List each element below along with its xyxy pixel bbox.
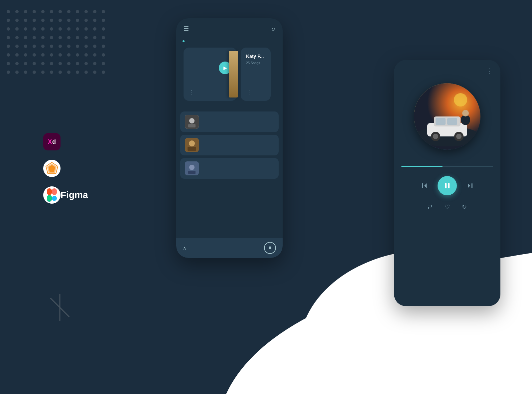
sketch-icon	[43, 160, 61, 177]
album-card-katy-perry[interactable]: Katy P... 25 Songs ⋮	[241, 48, 271, 101]
svg-rect-17	[188, 147, 196, 151]
song-thumb-faded	[185, 115, 199, 129]
svg-point-33	[454, 93, 467, 106]
svg-rect-35	[422, 183, 423, 188]
dot-grid: const dg = document.querySelector('.dot-…	[7, 10, 109, 78]
song-list	[176, 111, 283, 179]
tool-item-figma: Figma	[43, 186, 88, 204]
phone-left: ☰ ⌕ ⋮ ▶ Katy P... 25 Songs ⋮	[176, 18, 283, 258]
album-card-taylor-swift[interactable]: ⋮ ▶	[184, 48, 237, 101]
discover-title	[176, 36, 283, 40]
svg-rect-14	[188, 124, 196, 127]
song-item-faded[interactable]	[180, 111, 279, 132]
album-title-katy: Katy P...	[246, 54, 265, 59]
svg-rect-7	[47, 188, 52, 195]
svg-point-28	[433, 134, 438, 139]
song-info-something	[203, 168, 274, 169]
svg-rect-20	[188, 171, 196, 174]
phone-right: ⋮	[394, 60, 500, 306]
song-info-faded	[203, 121, 274, 122]
album-row: ⋮ ▶ Katy P... 25 Songs ⋮	[176, 48, 283, 101]
now-playing-header: ⋮	[394, 60, 500, 78]
shuffle-button[interactable]: ⇄	[428, 203, 433, 211]
pause-main-button[interactable]	[438, 176, 457, 195]
svg-point-13	[189, 118, 195, 123]
next-button[interactable]	[466, 182, 474, 190]
figma-label: Figma	[61, 190, 88, 200]
extra-controls: ⇄ ♡ ↻	[394, 203, 500, 211]
song-info-closer	[203, 145, 274, 145]
left-content: X d Figm	[43, 113, 88, 213]
song-thumb-something	[185, 161, 199, 175]
svg-point-10	[52, 196, 57, 201]
now-playing-song-title	[394, 156, 500, 158]
adobe-xd-icon: X d	[43, 133, 61, 150]
svg-rect-25	[436, 118, 446, 125]
star-decoration	[47, 294, 73, 321]
pause-button-bar[interactable]: ⏸	[264, 242, 276, 254]
time-row	[394, 169, 500, 176]
repeat-button[interactable]: ↻	[462, 203, 467, 211]
svg-rect-37	[448, 183, 450, 188]
more-options-button[interactable]: ⋮	[487, 67, 493, 75]
svg-point-16	[189, 140, 195, 146]
album-art-circle	[414, 83, 480, 150]
progress-section	[394, 166, 500, 167]
album-art-container	[394, 78, 500, 156]
svg-point-30	[456, 134, 462, 139]
hamburger-icon[interactable]: ☰	[184, 25, 189, 32]
phone-left-header: ☰ ⌕	[176, 18, 283, 36]
album-songs-katy: 25 Songs	[246, 61, 265, 65]
svg-rect-11	[47, 195, 52, 202]
now-playing-bar[interactable]: ∧ ⏸	[176, 238, 283, 258]
tool-item-sketch	[43, 160, 88, 177]
song-item-closer[interactable]	[180, 135, 279, 155]
svg-rect-39	[471, 183, 472, 188]
svg-point-32	[462, 110, 469, 116]
svg-point-19	[189, 165, 195, 170]
recent-played-label	[176, 107, 283, 111]
progress-bar-bg[interactable]	[401, 166, 493, 167]
album-cover-strip-taylor	[229, 51, 238, 98]
playback-controls	[394, 176, 500, 203]
svg-rect-36	[445, 183, 447, 188]
expand-icon[interactable]: ∧	[183, 245, 186, 251]
favorite-button[interactable]: ♡	[445, 203, 450, 211]
song-item-something[interactable]	[180, 158, 279, 179]
prev-button[interactable]	[420, 182, 428, 190]
playlist-tabs	[176, 40, 283, 42]
svg-marker-38	[468, 183, 470, 188]
album-more-taylor[interactable]: ⋮	[189, 90, 196, 96]
search-icon[interactable]: ⌕	[272, 25, 275, 32]
figma-icon	[43, 186, 61, 204]
svg-rect-26	[447, 118, 457, 125]
svg-rect-8	[52, 188, 57, 195]
album-more-katy[interactable]: ⋮	[246, 90, 253, 96]
svg-marker-34	[424, 183, 427, 188]
song-thumb-closer	[185, 138, 199, 152]
progress-bar-fill	[401, 166, 443, 167]
tool-item-xd: X d	[43, 133, 88, 150]
